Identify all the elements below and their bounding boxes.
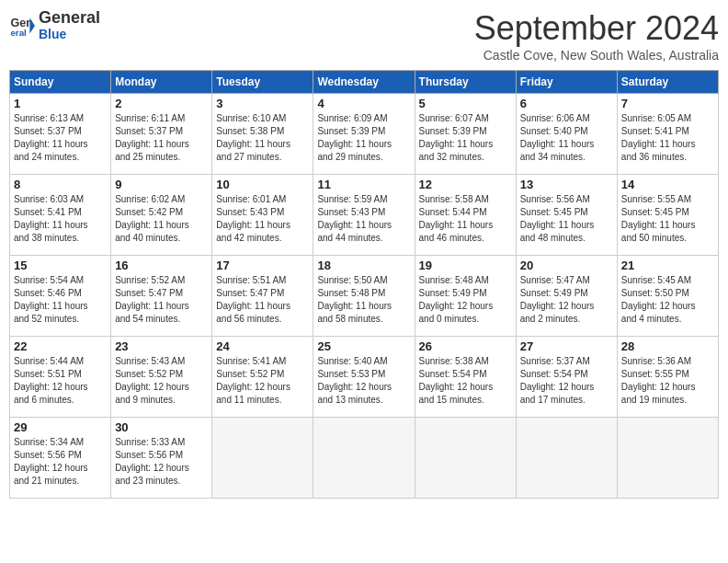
header-monday: Monday [111, 71, 212, 94]
day-27: 27 Sunrise: 5:37 AMSunset: 5:54 PMDaylig… [516, 337, 617, 418]
day-2: 2 Sunrise: 6:11 AMSunset: 5:37 PMDayligh… [111, 94, 212, 175]
day-30: 30 Sunrise: 5:33 AMSunset: 5:56 PMDaylig… [111, 418, 212, 499]
week-row-3: 15 Sunrise: 5:54 AMSunset: 5:46 PMDaylig… [10, 256, 719, 337]
day-13: 13 Sunrise: 5:56 AMSunset: 5:45 PMDaylig… [516, 175, 617, 256]
day-20: 20 Sunrise: 5:47 AMSunset: 5:49 PMDaylig… [516, 256, 617, 337]
header-saturday: Saturday [617, 71, 718, 94]
day-12: 12 Sunrise: 5:58 AMSunset: 5:44 PMDaylig… [415, 175, 516, 256]
week-row-2: 8 Sunrise: 6:03 AMSunset: 5:41 PMDayligh… [10, 175, 719, 256]
day-10: 10 Sunrise: 6:01 AMSunset: 5:43 PMDaylig… [212, 175, 313, 256]
day-24: 24 Sunrise: 5:41 AMSunset: 5:52 PMDaylig… [212, 337, 313, 418]
header-wednesday: Wednesday [313, 71, 415, 94]
day-28: 28 Sunrise: 5:36 AMSunset: 5:55 PMDaylig… [617, 337, 718, 418]
day-25: 25 Sunrise: 5:40 AMSunset: 5:53 PMDaylig… [313, 337, 415, 418]
day-8: 8 Sunrise: 6:03 AMSunset: 5:41 PMDayligh… [10, 175, 111, 256]
day-3: 3 Sunrise: 6:10 AMSunset: 5:38 PMDayligh… [212, 94, 313, 175]
month-title: September 2024 [474, 9, 719, 48]
day-21: 21 Sunrise: 5:45 AMSunset: 5:50 PMDaylig… [617, 256, 718, 337]
day-15: 15 Sunrise: 5:54 AMSunset: 5:46 PMDaylig… [10, 256, 111, 337]
day-26: 26 Sunrise: 5:38 AMSunset: 5:54 PMDaylig… [415, 337, 516, 418]
day-11: 11 Sunrise: 5:59 AMSunset: 5:43 PMDaylig… [313, 175, 415, 256]
week-row-5: 29 Sunrise: 5:34 AMSunset: 5:56 PMDaylig… [10, 418, 719, 499]
page-header: Gen eral General Blue September 2024 Cas… [9, 9, 719, 63]
logo-icon: Gen eral [9, 13, 35, 39]
day-18: 18 Sunrise: 5:50 AMSunset: 5:48 PMDaylig… [313, 256, 415, 337]
day-7: 7 Sunrise: 6:05 AMSunset: 5:41 PMDayligh… [617, 94, 718, 175]
empty-cell-1 [212, 418, 313, 499]
day-23: 23 Sunrise: 5:43 AMSunset: 5:52 PMDaylig… [111, 337, 212, 418]
week-row-1: 1 Sunrise: 6:13 AMSunset: 5:37 PMDayligh… [10, 94, 719, 175]
empty-cell-2 [313, 418, 415, 499]
day-9: 9 Sunrise: 6:02 AMSunset: 5:42 PMDayligh… [111, 175, 212, 256]
header-tuesday: Tuesday [212, 71, 313, 94]
day-22: 22 Sunrise: 5:44 AMSunset: 5:51 PMDaylig… [10, 337, 111, 418]
day-5: 5 Sunrise: 6:07 AMSunset: 5:39 PMDayligh… [415, 94, 516, 175]
header-sunday: Sunday [10, 71, 111, 94]
svg-text:eral: eral [10, 28, 27, 38]
day-16: 16 Sunrise: 5:52 AMSunset: 5:47 PMDaylig… [111, 256, 212, 337]
empty-cell-4 [516, 418, 617, 499]
calendar-header-row: Sunday Monday Tuesday Wednesday Thursday… [10, 71, 719, 94]
week-row-4: 22 Sunrise: 5:44 AMSunset: 5:51 PMDaylig… [10, 337, 719, 418]
header-friday: Friday [516, 71, 617, 94]
day-4: 4 Sunrise: 6:09 AMSunset: 5:39 PMDayligh… [313, 94, 415, 175]
empty-cell-3 [415, 418, 516, 499]
location: Castle Cove, New South Wales, Australia [474, 48, 719, 63]
logo-line2: Blue [39, 28, 100, 41]
calendar-table: Sunday Monday Tuesday Wednesday Thursday… [9, 70, 719, 499]
day-19: 19 Sunrise: 5:48 AMSunset: 5:49 PMDaylig… [415, 256, 516, 337]
day-14: 14 Sunrise: 5:55 AMSunset: 5:45 PMDaylig… [617, 175, 718, 256]
day-1: 1 Sunrise: 6:13 AMSunset: 5:37 PMDayligh… [10, 94, 111, 175]
logo: Gen eral General Blue [9, 9, 100, 41]
day-29: 29 Sunrise: 5:34 AMSunset: 5:56 PMDaylig… [10, 418, 111, 499]
day-6: 6 Sunrise: 6:06 AMSunset: 5:40 PMDayligh… [516, 94, 617, 175]
logo-line1: General [39, 9, 100, 28]
header-thursday: Thursday [415, 71, 516, 94]
day-17: 17 Sunrise: 5:51 AMSunset: 5:47 PMDaylig… [212, 256, 313, 337]
title-block: September 2024 Castle Cove, New South Wa… [474, 9, 719, 63]
empty-cell-5 [617, 418, 718, 499]
